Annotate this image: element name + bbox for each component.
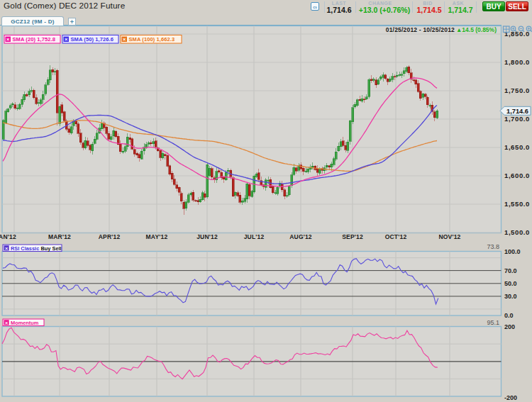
svg-text:MAR'12: MAR'12	[48, 233, 71, 240]
svg-text:1,550.0: 1,550.0	[504, 200, 530, 208]
svg-text:1,750.0: 1,750.0	[504, 86, 530, 94]
svg-text:×: ×	[5, 245, 8, 252]
svg-text:1,700.0: 1,700.0	[504, 115, 530, 123]
svg-text:1,714.6: 1,714.6	[506, 108, 528, 115]
svg-text:1,800.0: 1,800.0	[504, 58, 530, 66]
svg-text:×: ×	[6, 36, 10, 43]
svg-text:30.0: 30.0	[504, 293, 517, 300]
svg-text:70.0: 70.0	[504, 267, 517, 274]
svg-text:0.0: 0.0	[504, 312, 514, 319]
svg-text:200: 200	[504, 323, 515, 330]
svg-text:100.0: 100.0	[504, 248, 521, 255]
svg-text:RSI Classic: RSI Classic	[11, 245, 39, 252]
svg-text:-200: -200	[504, 394, 517, 401]
svg-text:95.1: 95.1	[487, 319, 499, 326]
svg-text:Momentum: Momentum	[11, 320, 39, 326]
svg-text:AUG'12: AUG'12	[289, 233, 312, 240]
svg-text:1,650.0: 1,650.0	[504, 143, 530, 151]
svg-text:×: ×	[65, 36, 68, 43]
svg-text:SEP'12: SEP'12	[342, 233, 363, 240]
svg-text:Buy Sell: Buy Sell	[41, 245, 62, 252]
svg-text:×: ×	[123, 36, 126, 43]
svg-text:SMA (20) 1,752.8: SMA (20) 1,752.8	[13, 36, 56, 43]
svg-text:APR'12: APR'12	[99, 233, 121, 240]
svg-text:MAY'12: MAY'12	[146, 233, 168, 240]
svg-text:01/25/2012 - 10/25/2012: 01/25/2012 - 10/25/2012	[386, 26, 455, 33]
svg-text:×: ×	[5, 320, 8, 326]
svg-text:▲14.5 (0.85%): ▲14.5 (0.85%)	[456, 26, 497, 33]
svg-text:NOV'12: NOV'12	[438, 233, 460, 240]
svg-text:73.8: 73.8	[487, 243, 499, 250]
svg-text:JUN'12: JUN'12	[196, 233, 218, 240]
svg-text:OCT'12: OCT'12	[385, 233, 407, 240]
svg-text:1,850.0: 1,850.0	[504, 30, 530, 38]
svg-text:SMA (100) 1,662.3: SMA (100) 1,662.3	[129, 36, 175, 43]
svg-text:JUL'12: JUL'12	[244, 233, 265, 240]
svg-text:SMA (50) 1,726.6: SMA (50) 1,726.6	[71, 36, 114, 43]
svg-text:1,500.0: 1,500.0	[504, 228, 530, 236]
svg-text:50.0: 50.0	[504, 280, 517, 287]
svg-text:JAN'12: JAN'12	[0, 233, 16, 240]
svg-text:1,600.0: 1,600.0	[504, 172, 530, 179]
